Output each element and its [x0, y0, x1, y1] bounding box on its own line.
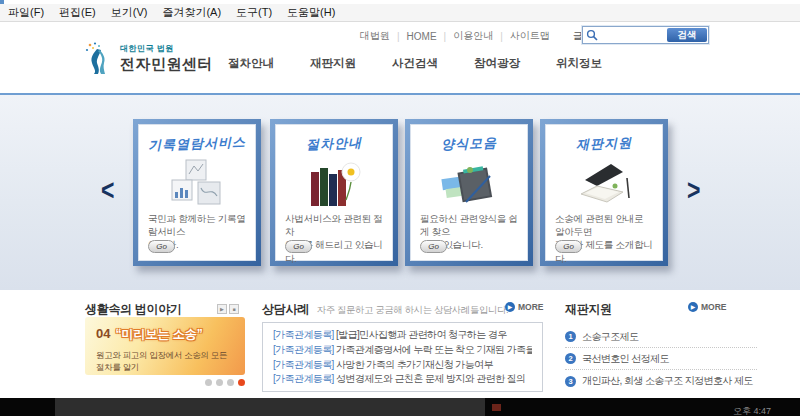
- pause-button[interactable]: ■: [229, 304, 239, 314]
- trial-support-heading: 재판지원: [565, 301, 612, 318]
- carousel-next-arrow[interactable]: >: [687, 174, 700, 208]
- consult-category: [가족관계등록]: [273, 373, 334, 384]
- consult-category: [가족관계등록]: [273, 329, 334, 340]
- books-flower-icon: [276, 155, 392, 211]
- carousel-dot[interactable]: [227, 379, 234, 386]
- search-button[interactable]: 검색: [667, 28, 707, 42]
- consult-more-link[interactable]: ▶ MORE: [505, 302, 544, 312]
- search-input[interactable]: [601, 28, 667, 42]
- link-sitemap[interactable]: 사이트맵: [503, 29, 557, 43]
- law-story-banner[interactable]: 04 “미리보는 소송” 원고와 피고의 입장에서 소송의 모든 절차를 알기 …: [85, 317, 245, 375]
- more-arrow-icon: ▶: [688, 302, 698, 312]
- number-badge: 2: [565, 353, 576, 364]
- consult-category: [가족관계등록]: [273, 344, 334, 355]
- menu-favorites[interactable]: 즐겨찾기(A): [162, 5, 221, 20]
- logo-site-name: 전자민원센터: [120, 55, 213, 74]
- nav-participation[interactable]: 참여광장: [474, 56, 520, 71]
- card-trial-support[interactable]: 재판지원 소송에 관련된 안내로 알아두면 편리한 제도를 소개합니다. Go: [540, 119, 668, 266]
- menu-file[interactable]: 파일(F): [8, 5, 44, 20]
- laptop-pen-icon: [546, 155, 662, 211]
- link-home[interactable]: HOME: [400, 31, 444, 42]
- card-procedure-guide[interactable]: 절차안내 사법서비스와 관련된 절차 안내를 해드리고 있: [270, 119, 398, 266]
- card-title: 양식모음: [411, 133, 528, 155]
- card-inner: 절차안내 사법서비스와 관련된 절차 안내를 해드리고 있: [275, 124, 393, 261]
- consult-heading: 상담사례자주 질문하고 궁금해 하시는 상담사례들입니다.: [262, 301, 508, 318]
- browser-menubar: 파일(F) 편집(E) 보기(V) 즐겨찾기(A) 도구(T) 도움말(H): [0, 4, 800, 22]
- court-logo-icon: [84, 41, 114, 75]
- consult-heading-text: 상담사례: [262, 302, 309, 316]
- go-button[interactable]: Go: [285, 240, 312, 253]
- more-label: MORE: [518, 302, 544, 312]
- consult-text: 성변경제도와 근친혼 문제 방지와 관련한 질의: [336, 373, 526, 384]
- taskbar-app-icon[interactable]: [492, 404, 501, 411]
- logo-org: 대한민국 법원: [120, 43, 213, 54]
- consult-category: [가족관계등록]: [273, 359, 334, 370]
- trial-more-link[interactable]: ▶ MORE: [688, 302, 727, 312]
- number-badge: 1: [565, 331, 576, 342]
- feature-carousel: < > 기록열람서비스 국민과 함께하는 기록열람서비스 입니다. Go: [0, 95, 800, 290]
- go-button[interactable]: Go: [148, 240, 175, 253]
- play-button[interactable]: ▶: [217, 304, 227, 314]
- menu-tools[interactable]: 도구(T): [236, 5, 272, 20]
- page: 파일(F) 편집(E) 보기(V) 즐겨찾기(A) 도구(T) 도움말(H) 대…: [0, 0, 800, 416]
- number-badge: 3: [565, 376, 576, 387]
- link-supreme-court[interactable]: 대법원: [353, 29, 397, 43]
- carousel-prev-arrow[interactable]: <: [101, 174, 114, 208]
- consult-text: [발급]민사집행과 관련하여 청구하는 경우: [336, 329, 507, 340]
- card-inner: 재판지원 소송에 관련된 안내로 알아두면 편리한 제도를 소개합니다. Go: [545, 124, 663, 261]
- trial-support-list: 1 소송구조제도 2 국선변호인 선정제도 3 개인파산, 회생 소송구조 지정…: [565, 326, 757, 392]
- banner-pagination: [205, 379, 245, 386]
- taskbar-window-segment[interactable]: [55, 398, 485, 416]
- episode-title: “미리보는 소송”: [115, 326, 202, 343]
- menu-help[interactable]: 도움말(H): [287, 5, 335, 20]
- trial-item[interactable]: 2 국선변호인 선정제도: [565, 348, 757, 370]
- consult-item[interactable]: [가족관계등록] 사망한 가족의 추가기재신청 가능여부: [273, 358, 532, 373]
- card-desc: 소송에 관련된 안내로 알아두면 편리한 제도를 소개합니다.: [555, 212, 653, 265]
- law-story-heading: 생활속의 법이야기: [85, 301, 182, 318]
- trial-item-text: 개인파산, 회생 소송구조 지정변호사 제도: [582, 374, 753, 388]
- episode-number: 04: [96, 326, 110, 341]
- consult-subtitle: 자주 질문하고 궁금해 하시는 상담사례들입니다.: [317, 305, 508, 315]
- nav-location[interactable]: 위치정보: [556, 56, 602, 71]
- card-inner: 양식모음 필요하신 관련양식을 쉽게 찾으 실 수 있습니: [410, 124, 528, 261]
- carousel-dot[interactable]: [205, 379, 212, 386]
- consult-item[interactable]: [가족관계등록] [발급]민사집행과 관련하여 청구하는 경우: [273, 328, 532, 343]
- trial-item-text: 소송구조제도: [582, 330, 638, 344]
- trial-item-text: 국선변호인 선정제도: [582, 352, 669, 366]
- card-desc: 사법서비스와 관련된 절차 안내를 해드리고 있습니다.: [285, 212, 383, 265]
- consult-text: 사망한 가족의 추가기재신청 가능여부: [336, 359, 493, 370]
- trial-item[interactable]: 3 개인파산, 회생 소송구조 지정변호사 제도: [565, 370, 757, 392]
- search-box: 검색: [582, 26, 709, 44]
- link-guide[interactable]: 이용안내: [446, 29, 500, 43]
- banner-headline: 04 “미리보는 소송”: [96, 326, 237, 343]
- more-label: MORE: [701, 302, 727, 312]
- nav-trial-support[interactable]: 재판지원: [310, 56, 356, 71]
- go-button[interactable]: Go: [555, 240, 582, 253]
- card-records-service[interactable]: 기록열람서비스 국민과 함께하는 기록열람서비스 입니다. Go: [133, 119, 261, 266]
- card-title: 재판지원: [546, 133, 663, 155]
- card-forms-collection[interactable]: 양식모음 필요하신 관련양식을 쉽게 찾으 실 수 있습니: [405, 119, 533, 266]
- site-logo[interactable]: 대한민국 법원 전자민원센터: [84, 41, 213, 75]
- taskbar-clock: 오후 4:47: [733, 405, 771, 416]
- nav-procedure[interactable]: 절차안내: [228, 56, 274, 71]
- go-button[interactable]: Go: [420, 240, 447, 253]
- records-cubes-icon: [139, 155, 255, 211]
- carousel-dot[interactable]: [216, 379, 223, 386]
- card-title: 절차안내: [276, 133, 393, 155]
- nav-case-search[interactable]: 사건검색: [392, 56, 438, 71]
- search-icon: [586, 29, 598, 41]
- consult-item[interactable]: [가족관계등록] 성변경제도와 근친혼 문제 방지와 관련한 질의: [273, 372, 532, 387]
- carousel-dot-active[interactable]: [238, 379, 245, 386]
- menu-view[interactable]: 보기(V): [111, 5, 148, 20]
- consult-item[interactable]: [가족관계등록] 가족관계증명서에 누락 또는 착오 기재된 가족을 추가기..…: [273, 343, 532, 358]
- os-taskbar[interactable]: 오후 4:47: [0, 398, 800, 416]
- logo-text: 대한민국 법원 전자민원센터: [120, 43, 213, 74]
- consult-text: 가족관계증명서에 누락 또는 착오 기재된 가족을 추가기...: [336, 344, 532, 355]
- trial-item[interactable]: 1 소송구조제도: [565, 326, 757, 348]
- forms-book-icon: [411, 155, 527, 211]
- card-title: 기록열람서비스: [139, 133, 256, 155]
- consult-list: [가족관계등록] [발급]민사집행과 관련하여 청구하는 경우 [가족관계등록]…: [262, 322, 543, 392]
- more-arrow-icon: ▶: [505, 302, 515, 312]
- card-inner: 기록열람서비스 국민과 함께하는 기록열람서비스 입니다. Go: [138, 124, 256, 261]
- menu-edit[interactable]: 편집(E): [59, 5, 96, 20]
